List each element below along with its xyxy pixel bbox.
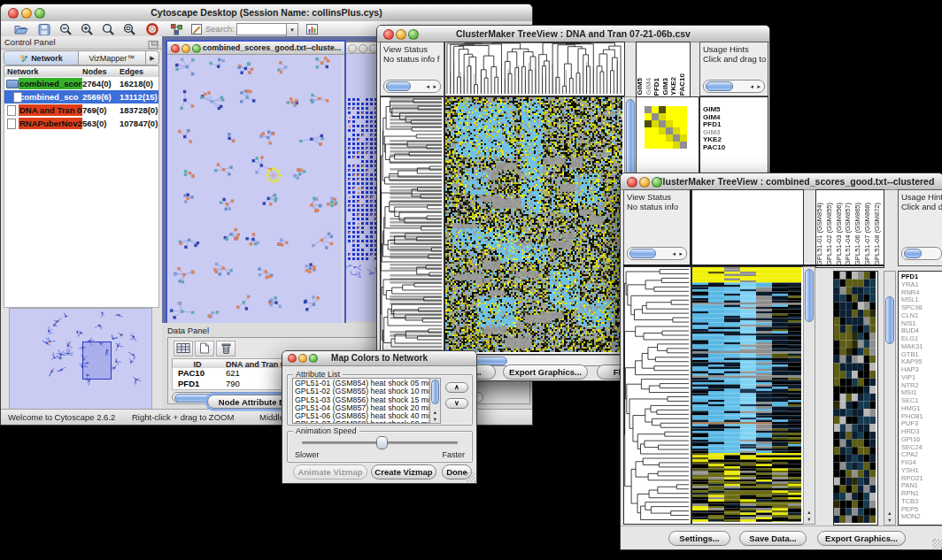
annotation-icon[interactable] [187,23,206,37]
export-graphics--button[interactable]: Export Graphics... [503,364,588,380]
zoom-button[interactable] [309,354,318,363]
column-label[interactable]: PAC10 [679,73,688,96]
scroll-right-icon[interactable]: ▸ [757,82,761,90]
new-attribute-icon[interactable] [195,341,214,357]
network-row[interactable]: DNA and Tran 07769(0)183728(0) [4,104,158,117]
minimize-button[interactable] [298,354,307,363]
birdseye-view[interactable] [9,308,152,410]
network-row[interactable]: combined_scores2764(0)16218(0) [4,77,158,90]
export-graphics--button[interactable]: Export Graphics... [817,531,906,546]
table-view-icon[interactable] [174,341,193,357]
minimize-button[interactable] [21,8,32,19]
col-header-edges[interactable]: Edges [120,67,158,76]
minimize-button[interactable] [396,29,406,40]
chart-icon[interactable] [302,23,321,37]
network-row[interactable]: combined_sco2569(6)13112(15) [4,90,158,104]
tv2-zoom-heatmap[interactable] [833,271,878,525]
main-titlebar[interactable]: Cytoscape Desktop (Session Name: collins… [1,4,532,22]
animate-vizmap-button[interactable]: Animate Vizmap [293,464,367,479]
zoom-in-icon[interactable] [77,23,97,37]
scroll-left-icon[interactable]: ◂ [672,249,676,257]
create-vizmap-button[interactable]: Create Vizmap [371,464,436,479]
save-data--button[interactable]: Save Data... [739,531,807,546]
col-header-network[interactable]: Network [4,67,82,76]
attribute-item[interactable]: GPL51-07 (GSM868) heat shock 60 min [295,420,429,424]
tv1-row-labels[interactable]: GIM5GIM4PFD1GIM3YKE2PAC10 [703,106,725,152]
close-button[interactable] [627,177,637,188]
inactive-minimize-button[interactable] [359,44,367,53]
scroll-up-icon[interactable]: ▴ [430,409,440,416]
scroll-down-icon[interactable]: ▾ [884,517,895,524]
zoom-button[interactable] [35,8,45,19]
view-status-scrollbar[interactable]: ◂ ▸ [627,247,687,260]
scroll-down-icon[interactable]: ▾ [430,416,440,423]
tv1-column-dendrogram[interactable] [444,42,625,96]
tv2-zoom-scrollbar[interactable]: ▴ ▾ [884,271,896,525]
move-down-button[interactable]: ∨ [445,398,468,409]
tv1-zoom-heatmap[interactable] [645,106,687,149]
scroll-right-icon[interactable]: ▸ [679,249,683,257]
col-header-nodes[interactable]: Nodes [82,67,120,76]
tab-network[interactable]: Network [4,51,79,65]
file-icon [7,119,16,129]
scroll-right-icon[interactable]: ▸ [433,82,436,90]
inner-close-button[interactable] [171,44,180,53]
view-status-text: No status info [624,202,691,211]
zoom-button[interactable] [652,177,662,188]
scroll-left-icon[interactable]: ◂ [426,82,429,90]
close-button[interactable] [383,29,394,40]
minimize-button[interactable] [639,177,650,188]
network-row[interactable]: RNAPuberNov2+563(0)107847(0) [4,117,158,130]
close-button[interactable] [288,354,297,363]
close-button[interactable] [8,8,19,19]
zoom-button[interactable] [408,29,419,40]
search-dropdown-arrow-icon[interactable]: ▾ [286,23,298,37]
network-overview-icon[interactable] [166,23,186,37]
settings--button[interactable]: Settings... [668,531,730,546]
gene-label[interactable]: MON2 [901,513,923,521]
delete-attribute-icon[interactable] [216,341,236,357]
gene-label[interactable]: PAC10 [703,144,725,152]
resize-grip[interactable] [932,539,942,548]
zoom-fit-icon[interactable] [120,23,139,37]
animation-speed-slider-thumb[interactable] [376,436,388,449]
tv2-gene-dendrogram[interactable] [623,266,691,525]
usage-hints-scrollbar[interactable]: ◂ ▸ [703,80,765,93]
tab-vizmapper[interactable]: VizMapper™ [79,51,145,65]
scroll-left-icon[interactable]: ◂ [750,82,753,90]
birdseye-selection-rect[interactable] [82,341,112,380]
tab-overflow-arrow-icon[interactable]: ▶ [145,51,158,65]
view-status-scrollbar[interactable]: ◂ ▸ [383,80,441,93]
tv2-vscrollbar[interactable]: ▴ ▾ [803,266,815,525]
network-canvas[interactable] [167,55,341,327]
tv1-titlebar[interactable]: ClusterMaker TreeView : DNA and Tran 07-… [377,26,769,42]
inner-zoom-button[interactable] [192,44,201,53]
zoom-out-icon[interactable] [56,23,75,37]
help-icon[interactable] [143,23,162,37]
tv2-heatmap[interactable] [691,266,804,525]
save-icon[interactable] [35,23,54,37]
dialog-titlebar[interactable]: Map Colors to Network [282,351,476,366]
inactive-close-button[interactable] [348,44,357,53]
birdseye-canvas[interactable] [10,309,150,408]
inner-minimize-button[interactable] [181,44,190,53]
attribute-list-scrollbar[interactable]: ▴ ▾ [429,378,441,424]
search-input[interactable] [236,23,288,35]
open-file-icon[interactable] [12,23,31,37]
column-label[interactable]: GPL51-02 (GSM855) [826,203,836,265]
move-up-button[interactable]: ∧ [445,382,468,393]
tv2-column-dendrogram[interactable] [691,189,804,266]
resize-grip[interactable] [466,472,475,482]
tv2-titlebar[interactable]: ClusterMaker TreeView : combined_scores_… [621,173,942,190]
attribute-list[interactable]: GPL51-01 (GSM854) heat shock 05 minGPL51… [292,378,432,424]
scroll-up-icon[interactable]: ▴ [884,510,895,517]
zoom-selected-icon[interactable] [98,23,118,37]
usage-hints-scrollbar[interactable] [901,247,942,260]
column-label[interactable]: GPL51-08 (GSM872) [874,203,884,265]
tv2-gene-list[interactable]: PFD1YRA1RNR4MSL1SPC98CLN1NIS1BUD4ELG1MAK… [901,273,923,521]
scroll-down-icon[interactable]: ▾ [804,516,815,523]
tv1-heatmap[interactable] [444,96,625,355]
tv1-gene-dendrogram[interactable] [380,96,444,355]
scroll-up-icon[interactable]: ▴ [804,509,815,516]
data-col-id[interactable]: ID [173,360,222,369]
